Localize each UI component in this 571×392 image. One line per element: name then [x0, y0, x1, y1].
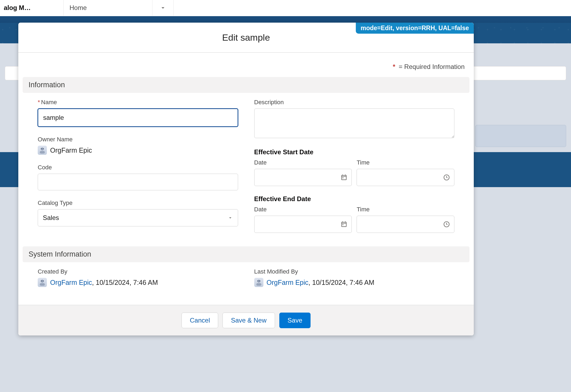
section-information-title: Information	[23, 77, 469, 93]
calendar-icon[interactable]	[340, 221, 347, 228]
input-start-time[interactable]	[357, 169, 454, 186]
svg-point-13	[259, 281, 260, 281]
label-owner-name: Owner Name	[38, 136, 238, 143]
modal-footer: Cancel Save & New Save	[18, 305, 474, 335]
required-note: * = Required Information	[22, 59, 471, 77]
svg-point-2	[41, 148, 42, 149]
modal-overlay: Edit sample mode=Edit, version=RRH, UAL=…	[0, 0, 571, 392]
avatar-icon	[38, 146, 47, 155]
last-modified-by-user[interactable]: OrgFarm Epic	[267, 279, 309, 286]
input-name[interactable]	[38, 108, 238, 127]
field-created-by: Created By OrgFarm Epic, 10/15/2024, 7:4…	[38, 268, 238, 287]
svg-point-9	[43, 281, 44, 281]
chevron-down-icon	[228, 215, 233, 220]
created-by-value: OrgFarm Epic, 10/15/2024, 7:46 AM	[38, 278, 238, 287]
input-code[interactable]	[38, 174, 238, 190]
clock-icon[interactable]	[443, 174, 450, 181]
modal-header: Edit sample mode=Edit, version=RRH, UAL=…	[18, 23, 474, 53]
last-modified-by-value: OrgFarm Epic, 10/15/2024, 7:46 AM	[254, 278, 455, 287]
field-name: *Name	[38, 99, 238, 127]
field-effective-end: Effective End Date Date	[254, 195, 455, 233]
label-start-date: Date	[254, 159, 352, 166]
input-end-time[interactable]	[357, 216, 454, 233]
label-description: Description	[254, 99, 455, 106]
edit-modal: Edit sample mode=Edit, version=RRH, UAL=…	[18, 23, 474, 335]
svg-rect-7	[40, 283, 45, 286]
input-end-date[interactable]	[254, 216, 352, 233]
svg-rect-11	[256, 283, 261, 286]
section-system-information-title: System Information	[23, 246, 469, 262]
label-end-time: Time	[357, 206, 454, 213]
section-information: Information *Name Owner Name	[22, 77, 471, 244]
field-catalog-type: Catalog Type Sales	[38, 200, 238, 226]
label-name: *Name	[38, 99, 238, 106]
label-end-date: Date	[254, 206, 352, 213]
label-effective-start: Effective Start Date	[254, 148, 455, 156]
owner-name-text: OrgFarm Epic	[50, 146, 92, 154]
required-note-text: = Required Information	[397, 63, 465, 70]
label-start-time: Time	[357, 159, 454, 166]
avatar-icon	[254, 278, 263, 287]
created-by-user[interactable]: OrgFarm Epic	[50, 279, 92, 286]
svg-point-3	[43, 148, 44, 149]
save-button[interactable]: Save	[279, 313, 311, 328]
select-catalog-type[interactable]: Sales	[38, 209, 238, 226]
calendar-icon[interactable]	[340, 174, 347, 181]
last-modified-by-timestamp: , 10/15/2024, 7:46 AM	[308, 279, 374, 286]
select-catalog-type-value: Sales	[43, 214, 59, 222]
owner-name-value: OrgFarm Epic	[38, 146, 238, 155]
avatar-icon	[38, 278, 47, 287]
required-asterisk: *	[393, 63, 395, 70]
clock-icon[interactable]	[443, 221, 450, 228]
svg-point-8	[41, 281, 42, 281]
field-owner-name: Owner Name OrgFarm Epic	[38, 136, 238, 155]
field-description: Description	[254, 99, 455, 139]
svg-rect-1	[40, 151, 45, 153]
label-catalog-type: Catalog Type	[38, 200, 238, 206]
label-last-modified-by: Last Modified By	[254, 268, 455, 275]
created-by-timestamp: , 10/15/2024, 7:46 AM	[92, 279, 158, 286]
modal-title: Edit sample	[222, 32, 270, 43]
modal-body: * = Required Information Information *Na…	[18, 53, 474, 305]
input-description[interactable]	[254, 108, 455, 138]
input-start-date[interactable]	[254, 169, 352, 186]
label-code: Code	[38, 164, 238, 171]
cancel-button[interactable]: Cancel	[182, 313, 218, 328]
label-effective-end: Effective End Date	[254, 195, 455, 203]
field-effective-start: Effective Start Date Date	[254, 148, 455, 186]
section-system-information: System Information Created By OrgFarm Ep…	[22, 246, 471, 292]
field-code: Code	[38, 164, 238, 190]
field-last-modified-by: Last Modified By OrgFarm Epic, 10/15/202…	[254, 268, 455, 287]
label-created-by: Created By	[38, 268, 238, 275]
mode-badge: mode=Edit, version=RRH, UAL=false	[356, 23, 474, 34]
save-and-new-button[interactable]: Save & New	[222, 313, 275, 328]
svg-point-12	[257, 281, 258, 281]
